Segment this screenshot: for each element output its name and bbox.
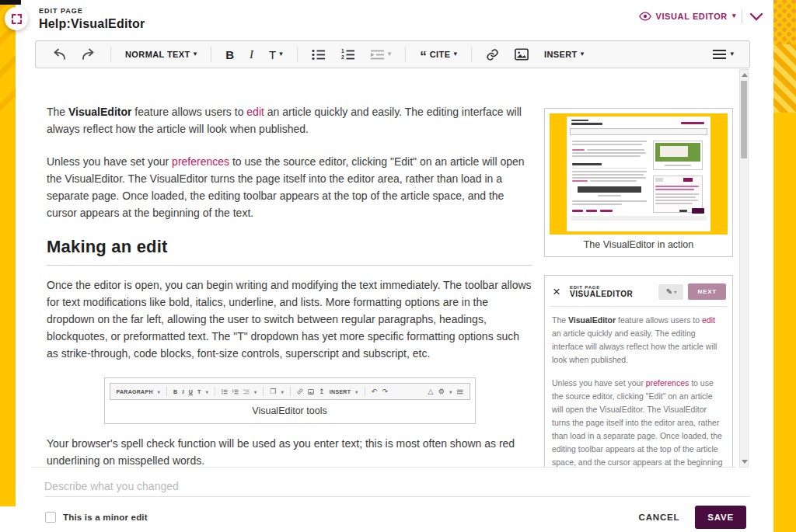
page-title: Help:VisualEditor <box>39 17 145 31</box>
scroll-down-arrow[interactable] <box>742 460 748 464</box>
gear-icon: ⚙ <box>438 388 445 395</box>
edit-summary-input[interactable] <box>44 475 750 497</box>
svg-text:2: 2 <box>341 54 344 60</box>
window-corner <box>0 0 21 5</box>
cancel-button[interactable]: CANCEL <box>637 506 682 528</box>
divider <box>471 47 472 62</box>
numbered-list-icon <box>232 389 239 395</box>
insert-dropdown[interactable]: INSERT ▾ <box>538 47 590 62</box>
indent-dropdown[interactable]: ▾ <box>365 46 398 64</box>
divider <box>297 47 298 62</box>
minor-edit-label: This is a minor edit <box>63 513 148 522</box>
mobile-page-title: VISUALEDITOR <box>570 290 659 298</box>
paragraph-4: Your browser's spell check function will… <box>47 435 532 468</box>
save-button[interactable]: SAVE <box>695 506 746 529</box>
thumbnail-caption: The VisualEditor in action <box>550 235 728 252</box>
mobile-editor-header: × EDIT PAGE VISUALEDITOR ✎▾ NEXT <box>550 280 728 307</box>
vertical-scrollbar[interactable] <box>739 69 749 468</box>
dot-pattern <box>773 0 796 44</box>
bullet-list-button[interactable] <box>305 46 332 64</box>
divider <box>211 47 211 62</box>
divider <box>742 9 742 23</box>
caret-down-icon: ▾ <box>730 50 734 57</box>
indent-icon <box>243 389 250 395</box>
image-icon <box>308 389 314 395</box>
frames-icon: ❐ <box>270 388 276 395</box>
collapse-chevron-button[interactable] <box>748 11 765 23</box>
paragraph-format-dropdown[interactable]: NORMAL TEXT ▾ <box>119 47 203 62</box>
divider <box>405 47 406 62</box>
link-icon <box>297 388 303 395</box>
paragraph-2: Unless you have set your preferences to … <box>47 153 532 221</box>
caret-down-icon: ▾ <box>194 50 197 57</box>
pencil-icon: ✎ <box>666 287 672 296</box>
bullet-list-icon <box>222 389 228 395</box>
italic-button[interactable]: I <box>243 45 260 64</box>
caret-down-icon: ▾ <box>732 12 736 19</box>
caret-down-icon: ▾ <box>279 50 283 57</box>
text-style-dropdown[interactable]: T ▾ <box>263 45 289 64</box>
left-brand-stripe <box>0 0 16 506</box>
redo-button[interactable] <box>75 45 103 64</box>
caret-down-icon: ▾ <box>581 50 585 57</box>
figure-visualeditor-in-action[interactable]: The VisualEditor in action <box>544 108 733 257</box>
upload-icon: ↥ <box>319 388 325 395</box>
edit-page-label: EDIT PAGE <box>39 7 145 15</box>
scroll-up-arrow[interactable] <box>742 73 748 77</box>
minor-edit-checkbox[interactable] <box>45 512 56 523</box>
stripe-pattern <box>773 44 796 113</box>
svg-text:1: 1 <box>341 49 344 54</box>
next-button: NEXT <box>688 283 726 300</box>
visual-editor-mode-dropdown[interactable]: VISUAL EDITOR ▾ <box>639 12 736 21</box>
article-body: The VisualEditor feature allows users to… <box>47 69 532 468</box>
figure-visualeditor-tools[interactable]: PARAGRAPH▾ BIUT▾ ▾ ❐▾ ↥ INSERT▾ ↶ ↷ △ <box>104 377 476 424</box>
figure-mobile-visualeditor[interactable]: × EDIT PAGE VISUALEDITOR ✎▾ NEXT The Vis… <box>544 275 733 468</box>
cite-dropdown[interactable]: “ CITE ▾ <box>414 47 463 62</box>
edit-link[interactable]: edit <box>246 106 264 118</box>
mobile-editor-body: The VisualEditor feature allows users to… <box>550 307 728 468</box>
caret-down-icon: ▾ <box>453 50 457 57</box>
mode-label: VISUAL EDITOR <box>656 12 728 21</box>
undo-icon: ↶ <box>372 388 378 395</box>
thumbnail-image <box>550 113 728 235</box>
article-thumbnails: The VisualEditor in action × EDIT PAGE V… <box>544 108 733 468</box>
warning-icon: △ <box>428 388 434 395</box>
expand-editor-button[interactable] <box>5 7 28 30</box>
divider <box>110 47 111 62</box>
bold-button[interactable]: B <box>219 45 240 64</box>
paragraph-3: Once the editor is open, you can begin w… <box>47 276 532 362</box>
close-icon: × <box>551 285 565 298</box>
numbered-list-button[interactable]: 12 <box>335 46 361 64</box>
right-brand-stripe <box>773 0 796 532</box>
mini-toolbar-image: PARAGRAPH▾ BIUT▾ ▾ ❐▾ ↥ INSERT▾ ↶ ↷ △ <box>110 383 470 400</box>
caret-down-icon: ▾ <box>388 50 392 57</box>
quote-icon: “ <box>420 53 427 61</box>
hamburger-icon <box>457 389 463 395</box>
image-button[interactable] <box>508 45 535 64</box>
expand-icon <box>12 14 22 24</box>
undo-button[interactable] <box>45 45 72 64</box>
preferences-link[interactable]: preferences <box>172 155 229 168</box>
pencil-dropdown: ✎▾ <box>658 284 683 300</box>
page-options-dropdown[interactable]: ▾ <box>707 46 740 63</box>
editor-content-area[interactable]: The VisualEditor feature allows users to… <box>31 69 736 468</box>
figure-caption: VisualEditor tools <box>105 400 475 423</box>
section-heading: Making an edit <box>47 237 532 266</box>
scrollbar-thumb[interactable] <box>741 81 747 158</box>
redo-icon: ↷ <box>382 388 388 395</box>
eye-icon <box>639 12 651 21</box>
link-button[interactable] <box>480 45 505 64</box>
paragraph-1: The VisualEditor feature allows users to… <box>47 103 532 137</box>
editor-toolbar: NORMAL TEXT ▾ B I T ▾ 12 ▾ “ CITE ▾ <box>35 40 750 68</box>
